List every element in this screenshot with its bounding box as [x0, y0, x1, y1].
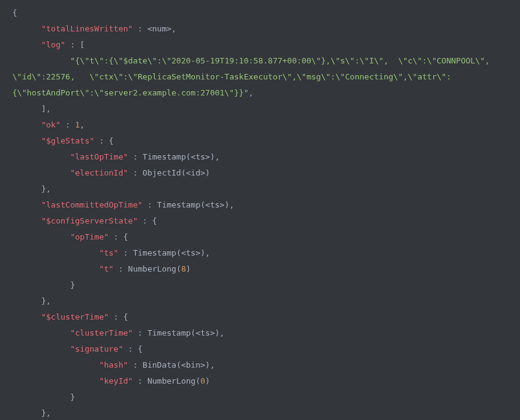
- func-timestamp: Timestamp: [133, 248, 176, 257]
- key-totalLinesWritten: "totalLinesWritten": [41, 24, 133, 33]
- key-clusterTime-inner: "clusterTime": [70, 328, 133, 337]
- key-configServerState: "$configServerState": [41, 216, 138, 225]
- num-placeholder: <num>: [147, 24, 171, 33]
- func-bindata: BinData: [142, 360, 176, 370]
- ts-placeholder: <ts>: [195, 328, 214, 337]
- id-placeholder: <id>: [186, 168, 205, 177]
- code-block: { "totalLinesWritten" : <num>, "log" : […: [0, 0, 520, 420]
- value-eight: 8: [181, 264, 186, 273]
- key-log: "log": [41, 40, 65, 49]
- brace-open: {: [12, 8, 17, 17]
- ts-placeholder: <ts>: [205, 200, 224, 209]
- func-objectid: ObjectId: [142, 168, 181, 177]
- bin-placeholder: <bin>: [181, 360, 205, 370]
- key-keyId: "keyId": [99, 376, 133, 386]
- key-opTime: "opTime": [70, 232, 109, 241]
- ts-placeholder: <ts>: [191, 152, 210, 161]
- key-lastCommittedOpTime: "lastCommittedOpTime": [41, 200, 142, 209]
- func-numberlong: NumberLong: [147, 376, 195, 386]
- key-electionId: "electionId": [70, 168, 128, 177]
- func-timestamp: Timestamp: [157, 200, 200, 209]
- key-clusterTime-outer: "$clusterTime": [41, 312, 109, 321]
- func-numberlong: NumberLong: [128, 264, 176, 273]
- func-timestamp: Timestamp: [142, 152, 185, 161]
- key-gleStats: "$gleStats": [41, 136, 94, 145]
- value-zero: 0: [200, 376, 205, 386]
- value-one: 1: [75, 120, 80, 129]
- key-ok: "ok": [41, 120, 60, 129]
- key-signature: "signature": [70, 344, 123, 353]
- key-lastOpTime: "lastOpTime": [70, 152, 128, 161]
- key-t: "t": [99, 264, 113, 273]
- key-ts: "ts": [99, 248, 118, 257]
- ts-placeholder: <ts>: [181, 248, 200, 257]
- key-hash: "hash": [99, 360, 128, 370]
- func-timestamp: Timestamp: [147, 328, 190, 337]
